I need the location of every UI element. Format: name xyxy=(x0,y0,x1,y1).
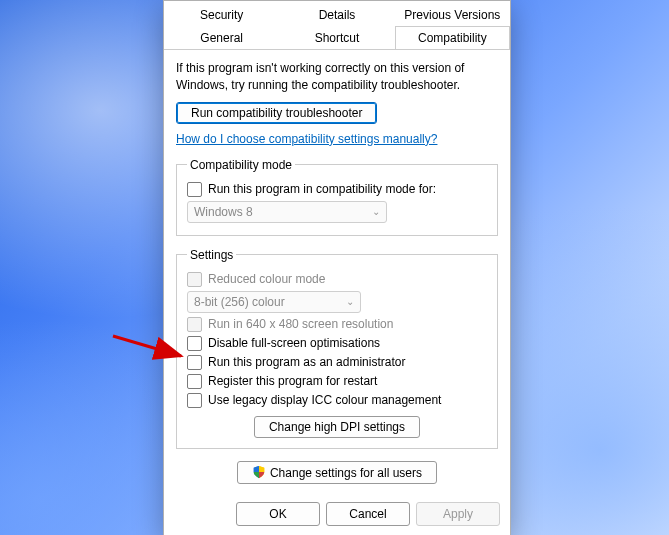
tab-details[interactable]: Details xyxy=(279,3,394,26)
change-all-users-label: Change settings for all users xyxy=(270,466,422,480)
dialog-button-bar: OK Cancel Apply xyxy=(164,492,510,535)
properties-dialog: Security Details Previous Versions Gener… xyxy=(163,0,511,535)
settings-legend: Settings xyxy=(187,248,236,262)
disable-fullscreen-label: Disable full-screen optimisations xyxy=(208,336,380,350)
tab-shortcut[interactable]: Shortcut xyxy=(279,26,394,49)
reduced-colour-select-value: 8-bit (256) colour xyxy=(194,295,285,309)
tab-panel-compatibility: If this program isn't working correctly … xyxy=(164,50,510,484)
disable-fullscreen-checkbox[interactable] xyxy=(187,336,202,351)
run-640-checkbox[interactable] xyxy=(187,317,202,332)
help-link[interactable]: How do I choose compatibility settings m… xyxy=(176,132,437,146)
run-640-label: Run in 640 x 480 screen resolution xyxy=(208,317,393,331)
apply-button[interactable]: Apply xyxy=(416,502,500,526)
compatibility-mode-legend: Compatibility mode xyxy=(187,158,295,172)
register-restart-checkbox[interactable] xyxy=(187,374,202,389)
reduced-colour-label: Reduced colour mode xyxy=(208,272,325,286)
settings-group: Settings Reduced colour mode 8-bit (256)… xyxy=(176,248,498,449)
compatibility-mode-group: Compatibility mode Run this program in c… xyxy=(176,158,498,236)
tab-compatibility[interactable]: Compatibility xyxy=(395,26,510,49)
change-high-dpi-button[interactable]: Change high DPI settings xyxy=(254,416,420,438)
reduced-colour-select[interactable]: 8-bit (256) colour ⌄ xyxy=(187,291,361,313)
compat-mode-checkbox[interactable] xyxy=(187,182,202,197)
compat-mode-select-value: Windows 8 xyxy=(194,205,253,219)
run-as-admin-checkbox[interactable] xyxy=(187,355,202,370)
tab-security[interactable]: Security xyxy=(164,3,279,26)
shield-icon xyxy=(252,465,266,479)
run-troubleshooter-button[interactable]: Run compatibility troubleshooter xyxy=(176,102,377,124)
legacy-icc-label: Use legacy display ICC colour management xyxy=(208,393,441,407)
chevron-down-icon: ⌄ xyxy=(346,296,354,307)
ok-button[interactable]: OK xyxy=(236,502,320,526)
change-all-users-button[interactable]: Change settings for all users xyxy=(237,461,437,484)
tab-general[interactable]: General xyxy=(164,26,279,49)
chevron-down-icon: ⌄ xyxy=(372,206,380,217)
intro-text: If this program isn't working correctly … xyxy=(176,60,498,94)
run-as-admin-label: Run this program as an administrator xyxy=(208,355,405,369)
tabs: Security Details Previous Versions Gener… xyxy=(164,1,510,50)
compat-mode-label: Run this program in compatibility mode f… xyxy=(208,182,436,196)
tab-previous-versions[interactable]: Previous Versions xyxy=(395,3,510,26)
reduced-colour-checkbox[interactable] xyxy=(187,272,202,287)
compat-mode-select[interactable]: Windows 8 ⌄ xyxy=(187,201,387,223)
register-restart-label: Register this program for restart xyxy=(208,374,377,388)
legacy-icc-checkbox[interactable] xyxy=(187,393,202,408)
cancel-button[interactable]: Cancel xyxy=(326,502,410,526)
